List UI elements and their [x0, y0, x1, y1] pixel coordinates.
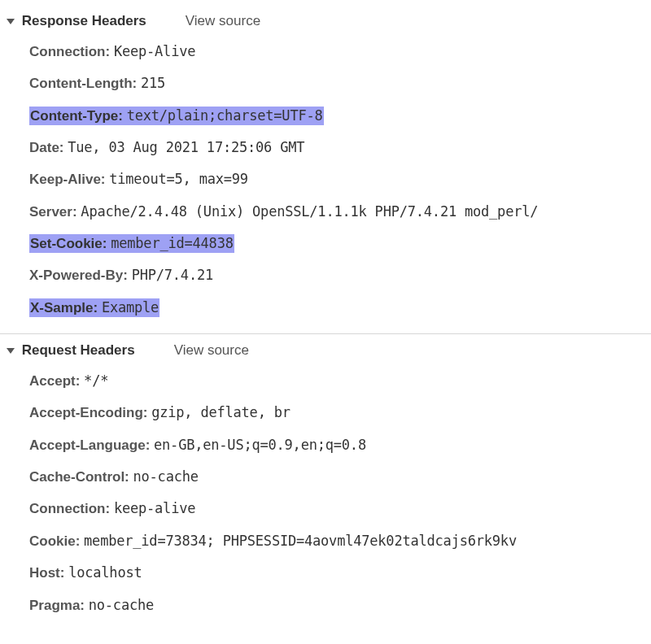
header-value: Tue, 03 Aug 2021 17:25:06 GMT — [68, 139, 304, 155]
header-value: Example — [102, 299, 159, 315]
highlighted-header: Set-Cookie: member_id=44838 — [29, 234, 234, 253]
header-name: Pragma: — [29, 598, 85, 613]
header-value: no-cache — [133, 468, 199, 485]
header-value: Keep-Alive — [114, 43, 195, 59]
header-row: Content-Length: 215 — [29, 67, 651, 99]
view-source-link[interactable]: View source — [186, 13, 260, 29]
header-row: Date: Tue, 03 Aug 2021 17:25:06 GMT — [29, 132, 651, 163]
header-row: Content-Type: text/plain;charset=UTF-8 — [29, 100, 651, 132]
header-name: Connection: — [29, 44, 110, 59]
header-name: Keep-Alive: — [29, 172, 106, 187]
header-row: Pragma: no-cache — [29, 590, 651, 621]
header-name: Set-Cookie: — [30, 236, 107, 251]
request-headers-section-header[interactable]: Request Headers View source — [0, 334, 651, 360]
header-name: X-Powered-By: — [29, 268, 128, 283]
response-headers-list: Connection: Keep-AliveContent-Length: 21… — [0, 31, 651, 329]
header-name: Accept-Language: — [29, 437, 150, 453]
header-row: Cache-Control: no-cache — [29, 461, 651, 493]
header-name: Accept: — [29, 373, 80, 389]
header-row: Server: Apache/2.4.48 (Unix) OpenSSL/1.1… — [29, 196, 651, 228]
header-row: X-Powered-By: PHP/7.4.21 — [29, 259, 651, 291]
header-value: timeout=5, max=99 — [109, 171, 248, 187]
header-value: en-GB,en-US;q=0.9,en;q=0.8 — [154, 437, 366, 453]
header-value: keep-alive — [114, 500, 195, 516]
header-row: X-Sample: Example — [29, 292, 651, 324]
header-row: Connection: keep-alive — [29, 493, 651, 524]
header-value: text/plain;charset=UTF-8 — [127, 107, 323, 124]
header-name: Content-Type: — [30, 108, 123, 124]
header-name: Host: — [29, 565, 64, 581]
header-row: Accept: */* — [29, 365, 651, 397]
request-headers-title: Request Headers — [22, 342, 135, 358]
request-headers-list: Accept: */*Accept-Encoding: gzip, deflat… — [0, 360, 651, 626]
header-value: */* — [84, 372, 108, 389]
header-value: no-cache — [89, 597, 154, 613]
header-name: Accept-Encoding: — [29, 405, 147, 420]
header-row: Cookie: member_id=73834; PHPSESSID=4aovm… — [29, 525, 651, 557]
header-name: X-Sample: — [30, 300, 98, 315]
header-row: Connection: Keep-Alive — [29, 36, 651, 67]
header-row: Host: localhost — [29, 557, 651, 589]
header-name: Cache-Control: — [29, 469, 129, 485]
header-name: Server: — [29, 204, 77, 220]
caret-down-icon — [7, 19, 15, 24]
view-source-link[interactable]: View source — [174, 342, 249, 359]
highlighted-header: Content-Type: text/plain;charset=UTF-8 — [29, 107, 324, 125]
header-value: localhost — [68, 564, 142, 581]
response-headers-title: Response Headers — [22, 13, 146, 28]
header-name: Cookie: — [29, 533, 80, 549]
header-name: Content-Length: — [29, 76, 137, 91]
header-value: gzip, deflate, br — [151, 404, 291, 420]
header-value: 215 — [141, 75, 165, 91]
highlighted-header: X-Sample: Example — [29, 298, 159, 317]
header-name: Date: — [29, 140, 64, 155]
header-value: member_id=44838 — [111, 235, 234, 251]
header-value: Apache/2.4.48 (Unix) OpenSSL/1.1.1k PHP/… — [81, 203, 538, 220]
caret-down-icon — [7, 348, 15, 354]
header-row: Keep-Alive: timeout=5, max=99 — [29, 163, 651, 195]
header-row: Accept-Encoding: gzip, deflate, br — [29, 397, 651, 429]
header-row: Accept-Language: en-GB,en-US;q=0.9,en;q=… — [29, 429, 651, 461]
header-value: member_id=73834; PHPSESSID=4aovml47ek02t… — [84, 533, 517, 549]
header-name: Connection: — [29, 501, 110, 516]
response-headers-section-header[interactable]: Response Headers View source — [0, 11, 651, 31]
header-row: Set-Cookie: member_id=44838 — [29, 228, 651, 259]
header-value: PHP/7.4.21 — [132, 267, 213, 283]
